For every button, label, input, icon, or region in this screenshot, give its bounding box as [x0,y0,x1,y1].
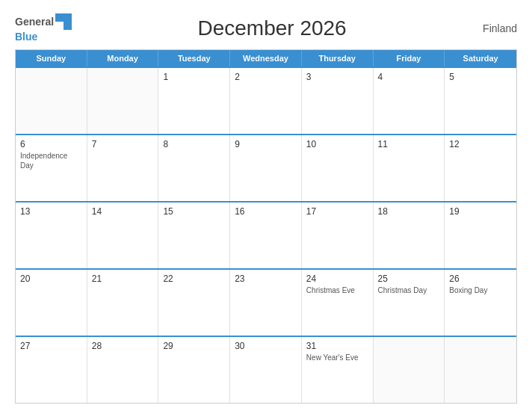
week-row-1: 6Independence Day789101112 [16,134,516,201]
logo-icon [55,13,72,30]
cal-day-number: 12 [449,139,512,149]
week-row-4: 2728293031New Year's Eve [16,336,516,403]
cal-day-number: 8 [163,139,225,149]
cal-cell-2-3: 16 [230,203,302,268]
header-saturday: Saturday [445,50,516,67]
cal-cell-0-3: 2 [230,68,302,134]
cal-day-number: 25 [378,274,440,284]
cal-day-number: 1 [163,72,225,82]
page-title: December 2026 [72,16,472,40]
cal-cell-1-4: 10 [302,135,374,201]
logo-blue: Blue [15,31,37,43]
cal-cell-4-4: 31New Year's Eve [302,337,374,403]
cal-cell-1-2: 8 [158,135,230,201]
logo-general: General [15,16,54,27]
cal-cell-3-0: 20 [16,270,87,336]
week-row-2: 13141516171819 [16,201,516,268]
cal-cell-1-6: 12 [445,135,516,201]
cal-cell-3-1: 21 [87,270,159,336]
cal-cell-2-2: 15 [158,203,230,268]
cal-day-number: 21 [92,274,154,284]
cal-day-number: 31 [306,341,368,351]
cal-day-number: 3 [306,72,368,82]
cal-cell-1-3: 9 [230,135,302,201]
page: General Blue December 2026 Finland Sunda… [0,0,532,411]
cal-cell-0-4: 3 [302,68,374,134]
cal-day-number: 2 [235,72,297,82]
cal-cell-2-4: 17 [302,203,374,268]
cal-cell-0-6: 5 [445,68,516,134]
cal-cell-2-6: 19 [445,203,516,268]
cal-event-label: Independence Day [20,151,82,170]
cal-cell-3-3: 23 [230,270,302,336]
cal-cell-4-6 [445,337,516,403]
cal-day-number: 6 [20,139,82,149]
cal-day-number: 13 [20,206,82,217]
cal-day-number: 11 [378,139,440,149]
cal-cell-1-0: 6Independence Day [16,135,87,201]
cal-cell-1-1: 7 [87,135,159,201]
header-monday: Monday [87,50,159,67]
cal-day-number: 24 [306,274,368,284]
cal-day-number: 14 [92,206,154,217]
cal-event-label: Christmas Eve [306,285,368,295]
cal-event-label: New Year's Eve [306,353,368,362]
cal-cell-0-2: 1 [158,68,230,134]
cal-day-number: 30 [235,341,297,351]
header-wednesday: Wednesday [230,50,302,67]
cal-day-number: 22 [163,274,225,284]
cal-day-number: 9 [235,139,297,149]
cal-cell-3-5: 25Christmas Day [374,270,445,336]
cal-day-number: 16 [235,206,297,217]
week-row-0: 12345 [16,67,516,134]
cal-cell-0-0 [16,68,87,134]
cal-cell-0-1 [87,68,159,134]
cal-day-number: 26 [449,274,512,284]
svg-marker-2 [64,13,72,30]
cal-day-number: 29 [163,341,225,351]
header-thursday: Thursday [302,50,374,67]
cal-cell-1-5: 11 [374,135,445,201]
cal-cell-4-5 [374,337,445,403]
cal-cell-3-6: 26Boxing Day [445,270,516,336]
cal-cell-4-2: 29 [158,337,230,403]
header-friday: Friday [374,50,445,67]
cal-day-number: 15 [163,206,225,217]
cal-day-number: 7 [92,139,154,149]
calendar-header: Sunday Monday Tuesday Wednesday Thursday… [16,50,516,67]
cal-cell-0-5: 4 [374,68,445,134]
logo: General Blue [15,13,72,43]
cal-day-number: 23 [235,274,297,284]
header: General Blue December 2026 Finland [15,13,517,43]
header-sunday: Sunday [16,50,87,67]
cal-day-number: 28 [92,341,154,351]
country-label: Finland [472,22,517,34]
cal-event-label: Christmas Day [378,285,440,295]
cal-cell-3-4: 24Christmas Eve [302,270,374,336]
calendar: Sunday Monday Tuesday Wednesday Thursday… [15,49,517,404]
cal-cell-4-1: 28 [87,337,159,403]
cal-cell-2-5: 18 [374,203,445,268]
cal-cell-4-0: 27 [16,337,87,403]
calendar-body: 123456Independence Day789101112131415161… [16,67,516,403]
cal-cell-4-3: 30 [230,337,302,403]
cal-cell-2-1: 14 [87,203,159,268]
cal-cell-2-0: 13 [16,203,87,268]
cal-day-number: 4 [378,72,440,82]
header-tuesday: Tuesday [158,50,230,67]
cal-day-number: 10 [306,139,368,149]
cal-day-number: 18 [378,206,440,217]
cal-day-number: 27 [20,341,82,351]
cal-day-number: 17 [306,206,368,217]
cal-day-number: 20 [20,274,82,284]
cal-cell-3-2: 22 [158,270,230,336]
cal-day-number: 5 [449,72,512,82]
week-row-3: 2021222324Christmas Eve25Christmas Day26… [16,268,516,336]
cal-day-number: 19 [449,206,512,217]
cal-event-label: Boxing Day [449,285,512,295]
